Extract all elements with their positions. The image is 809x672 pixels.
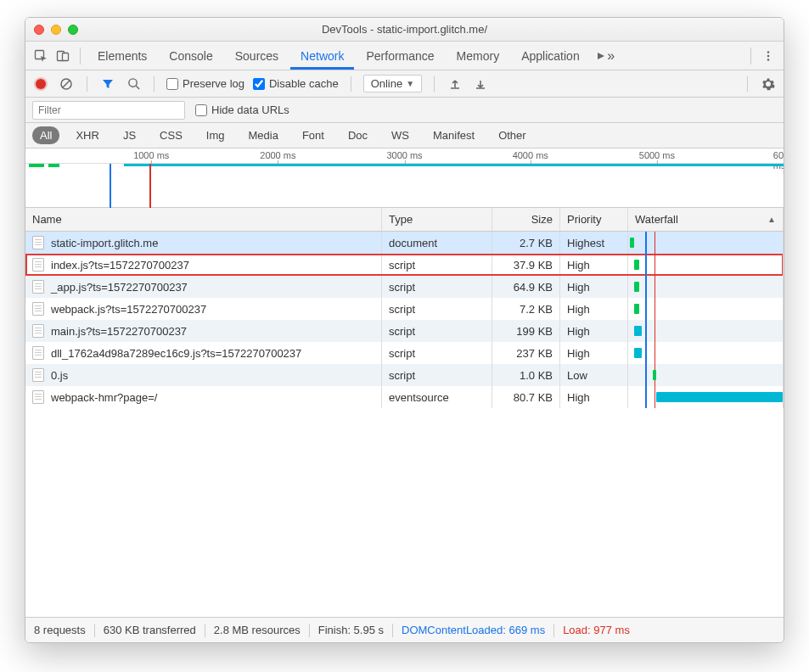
search-icon[interactable] xyxy=(125,76,142,92)
filter-input[interactable] xyxy=(32,101,185,120)
request-row[interactable]: webpack-hmr?page=/eventsource80.7 KBHigh xyxy=(25,386,784,408)
footer-resources: 2.8 MB resources xyxy=(214,624,301,636)
type-filter-css[interactable]: CSS xyxy=(152,126,190,144)
request-row[interactable]: 0.jsscript1.0 KBLow xyxy=(25,364,784,386)
footer-load: Load: 977 ms xyxy=(563,624,630,636)
type-filter-manifest[interactable]: Manifest xyxy=(425,126,482,144)
svg-point-3 xyxy=(767,51,770,53)
upload-har-icon[interactable] xyxy=(447,76,463,92)
type-filter-bar: AllXHRJSCSSImgMediaFontDocWSManifestOthe… xyxy=(25,123,784,148)
request-type: script xyxy=(389,281,415,294)
request-size: 80.7 KB xyxy=(514,391,553,404)
waterfall-bar xyxy=(634,348,642,358)
svg-line-9 xyxy=(136,86,139,89)
file-icon xyxy=(32,258,44,272)
timeline-overview[interactable]: 1000 ms2000 ms3000 ms4000 ms5000 ms6000 … xyxy=(25,148,784,208)
request-size: 199 KB xyxy=(516,325,553,338)
request-row[interactable]: main.js?ts=1572270700237script199 KBHigh xyxy=(25,320,784,342)
tab-performance[interactable]: Performance xyxy=(356,42,444,70)
waterfall-bar xyxy=(634,304,638,314)
request-type: script xyxy=(389,259,415,272)
request-priority: High xyxy=(567,303,590,316)
file-icon xyxy=(32,390,44,404)
request-name: 0.js xyxy=(51,369,68,382)
tab-elements[interactable]: Elements xyxy=(87,42,157,70)
waterfall-bar xyxy=(634,282,638,292)
network-table: Name Type Size Priority Waterfall▲ stati… xyxy=(25,208,784,617)
tab-sources[interactable]: Sources xyxy=(225,42,289,70)
hide-data-urls-label: Hide data URLs xyxy=(211,104,289,116)
request-size: 237 KB xyxy=(516,347,553,360)
table-header: Name Type Size Priority Waterfall▲ xyxy=(25,208,784,232)
file-icon xyxy=(32,280,44,294)
request-row[interactable]: static-import.glitch.medocument2.7 KBHig… xyxy=(25,232,784,254)
column-name[interactable]: Name xyxy=(25,208,382,231)
request-priority: High xyxy=(567,347,590,360)
svg-point-8 xyxy=(128,79,136,87)
column-size[interactable]: Size xyxy=(492,208,560,231)
waterfall-bar xyxy=(634,260,638,270)
kebab-menu-icon[interactable] xyxy=(758,46,778,66)
request-priority: High xyxy=(567,281,590,294)
request-priority: High xyxy=(567,391,590,404)
request-size: 7.2 KB xyxy=(520,303,553,316)
footer-dcl: DOMContentLoaded: 669 ms xyxy=(402,624,545,636)
request-size: 2.7 KB xyxy=(520,237,553,249)
chevron-down-icon: ▼ xyxy=(406,79,414,88)
type-filter-font[interactable]: Font xyxy=(295,126,332,144)
request-row[interactable]: index.js?ts=1572270700237script37.9 KBHi… xyxy=(25,254,784,276)
request-type: script xyxy=(389,347,415,360)
preserve-log-checkbox[interactable]: Preserve log xyxy=(166,77,244,90)
download-har-icon[interactable] xyxy=(472,76,489,92)
request-type: document xyxy=(389,237,437,249)
clear-icon[interactable] xyxy=(58,76,75,92)
request-name: index.js?ts=1572270700237 xyxy=(51,259,189,272)
request-row[interactable]: webpack.js?ts=1572270700237script7.2 KBH… xyxy=(25,298,784,320)
request-type: script xyxy=(389,303,415,316)
inspect-element-icon[interactable] xyxy=(31,46,51,66)
record-button[interactable] xyxy=(32,76,49,92)
request-size: 1.0 KB xyxy=(520,369,553,382)
column-type[interactable]: Type xyxy=(382,208,492,231)
more-tabs-icon[interactable]: » xyxy=(595,46,615,66)
type-filter-js[interactable]: JS xyxy=(115,126,143,144)
tab-memory[interactable]: Memory xyxy=(447,42,510,70)
type-filter-media[interactable]: Media xyxy=(240,126,285,144)
type-filter-other[interactable]: Other xyxy=(491,126,534,144)
filter-icon[interactable] xyxy=(99,76,116,92)
column-priority[interactable]: Priority xyxy=(560,208,628,231)
devtools-window: DevTools - static-import.glitch.me/ Elem… xyxy=(25,17,784,643)
file-icon xyxy=(32,324,44,338)
timeline-tick: 2000 ms xyxy=(260,150,295,160)
svg-point-4 xyxy=(767,54,770,57)
settings-gear-icon[interactable] xyxy=(760,76,777,92)
request-name: webpack.js?ts=1572270700237 xyxy=(51,303,206,316)
request-name: main.js?ts=1572270700237 xyxy=(51,325,187,338)
waterfall-bar xyxy=(653,370,656,380)
device-toggle-icon[interactable] xyxy=(53,46,73,66)
type-filter-ws[interactable]: WS xyxy=(384,126,417,144)
request-priority: High xyxy=(567,259,590,272)
file-icon xyxy=(32,302,44,316)
request-row[interactable]: dll_1762a4d98a7289ec16c9.js?ts=157227070… xyxy=(25,342,784,364)
throttling-select[interactable]: Online ▼ xyxy=(363,75,422,92)
tab-console[interactable]: Console xyxy=(159,42,222,70)
hide-data-urls-checkbox[interactable]: Hide data URLs xyxy=(195,104,289,116)
tab-network[interactable]: Network xyxy=(290,42,354,70)
tab-application[interactable]: Application xyxy=(511,42,590,70)
column-waterfall[interactable]: Waterfall▲ xyxy=(628,208,784,231)
type-filter-all[interactable]: All xyxy=(32,126,59,144)
footer-transferred: 630 KB transferred xyxy=(104,624,196,636)
file-icon xyxy=(32,346,44,360)
footer-requests: 8 requests xyxy=(34,624,86,636)
separator xyxy=(750,48,751,64)
type-filter-xhr[interactable]: XHR xyxy=(68,126,106,144)
request-row[interactable]: _app.js?ts=1572270700237script64.9 KBHig… xyxy=(25,276,784,298)
type-filter-doc[interactable]: Doc xyxy=(340,126,375,144)
type-filter-img[interactable]: Img xyxy=(199,126,233,144)
waterfall-bar xyxy=(630,238,634,248)
request-name: _app.js?ts=1572270700237 xyxy=(51,281,188,294)
filter-bar: Hide data URLs xyxy=(25,98,784,123)
timeline-tick: 4000 ms xyxy=(513,150,548,160)
disable-cache-checkbox[interactable]: Disable cache xyxy=(253,77,339,90)
